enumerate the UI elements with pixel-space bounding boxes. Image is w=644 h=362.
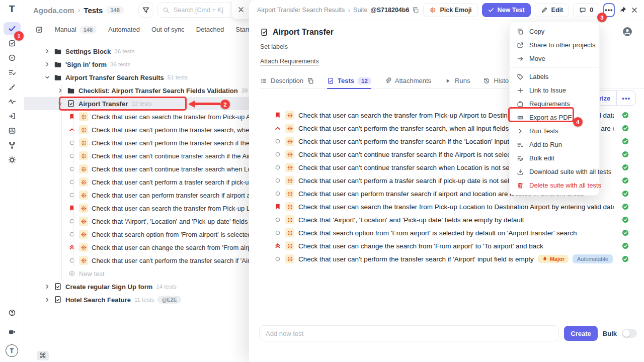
- tree-test-check-that-user-can-t-perform-the-transf[interactable]: Check that user can't perform the transf…: [24, 136, 249, 149]
- menu-item-run-tests[interactable]: Run Tests: [510, 124, 599, 138]
- parent-suite-link[interactable]: Airport Transfer Search Results: [257, 7, 345, 14]
- circle-icon: [274, 229, 281, 236]
- tree-test-check-that-user-can-t-perform-the-transf[interactable]: Check that user can't perform the transf…: [24, 254, 249, 267]
- rail-item-analytics[interactable]: [4, 124, 21, 137]
- menu-item-share-to-other-projects[interactable]: Share to other projects: [510, 38, 599, 52]
- menu-item-link-to-issue[interactable]: Link to Issue: [510, 83, 599, 97]
- tree-test-check-that-user-can-t-continue-transfer-[interactable]: Check that user can't continue transfer …: [24, 149, 249, 162]
- rail-item-runs[interactable]: [4, 51, 21, 64]
- test-row-check-that-user-can-change-the-search-fr[interactable]: Check that user can change the search fr…: [249, 239, 644, 252]
- tree-node-label: 'Sign in' form: [65, 61, 107, 68]
- tab-tests[interactable]: Tests12: [327, 73, 371, 88]
- tree-test-check-that-user-can-search-the-transfer-[interactable]: Check that user can search the transfer …: [24, 202, 249, 215]
- circle-icon: [68, 192, 75, 199]
- filter-tab-detached[interactable]: Detached: [196, 26, 224, 33]
- tab-description[interactable]: Description: [260, 73, 314, 88]
- tree-test-check-that-user-can-perform-transfer-sea[interactable]: Check that user can perform transfer sea…: [24, 189, 249, 202]
- tree-test-label: Check that search option from 'From airp…: [92, 231, 249, 238]
- tree-node-label: Hotel Search Feature: [65, 296, 131, 304]
- burst-icon: [287, 138, 293, 145]
- rail-item-integrations[interactable]: [4, 139, 21, 152]
- annotation-box-suite: [59, 97, 187, 111]
- search-box: [157, 3, 234, 18]
- tree-test-label: Check that user can't perform a trasfer …: [92, 178, 249, 186]
- assignee-avatar-icon[interactable]: [622, 26, 633, 37]
- burst-icon: [287, 177, 293, 184]
- tree-test-check-that-user-can-t-perform-a-trasfer-[interactable]: Check that user can't perform a trasfer …: [24, 175, 249, 189]
- rail-item-plans[interactable]: [4, 66, 21, 79]
- test-row-check-that-user-can-t-perform-the-transf[interactable]: Check that user can't perform the transf…: [249, 252, 644, 265]
- automatable-badge: Automatable: [573, 254, 613, 263]
- comments-button[interactable]: 0: [573, 3, 599, 17]
- edit-button[interactable]: Edit: [535, 3, 570, 17]
- rail-item-milestones[interactable]: [4, 80, 21, 94]
- tree-folder-checklist-airport-transfer-search-fields[interactable]: Checklist: Airport Transfer Search Field…: [24, 84, 249, 97]
- add-new-test-input[interactable]: [259, 325, 559, 341]
- attach-requirements-link[interactable]: Attach Requirements: [260, 58, 319, 66]
- menu-item-labels[interactable]: Labels: [510, 70, 599, 83]
- new-test-button[interactable]: New Test: [482, 3, 531, 17]
- tab-attachments[interactable]: Attachments: [384, 73, 431, 88]
- circle-icon: [68, 165, 75, 172]
- burst-icon: [80, 205, 87, 212]
- rail-item-settings[interactable]: [4, 153, 21, 166]
- doc-check-icon: [54, 283, 62, 291]
- menu-item-download-suite-with-all-tests[interactable]: Download suite with all tests: [510, 165, 599, 178]
- rail-item-help[interactable]: [4, 306, 21, 319]
- tree-test-check-that-airport-location-and-pick-up-[interactable]: Check that 'Airport', 'Location' and 'Pi…: [24, 215, 249, 228]
- play-circle-icon: [8, 54, 16, 62]
- tree-suite-hotel-search-feature[interactable]: Hotel Search Feature11 tests@E2E: [24, 293, 249, 306]
- search-input[interactable]: [173, 6, 229, 14]
- tree-suite-create-regular-sign-up-form[interactable]: Create regular Sign Up form14 tests: [24, 280, 249, 293]
- chevron-right-icon: [44, 61, 50, 67]
- project-name[interactable]: Agoda.com: [33, 6, 74, 15]
- burst-icon: [80, 153, 87, 159]
- status-check-icon: [622, 190, 629, 197]
- close-drawer-icon[interactable]: [631, 4, 638, 17]
- test-row-check-that-user-can-search-the-transfer-[interactable]: Check that user can search the transfer …: [249, 200, 644, 213]
- copy-icon[interactable]: [412, 7, 419, 14]
- test-emoji-icon: [285, 111, 294, 120]
- pick-emoji-button[interactable]: Pick Emoji: [423, 3, 477, 17]
- menu-item-move[interactable]: Move: [510, 52, 599, 65]
- menu-item-delete-suite-with-all-tests[interactable]: Delete suite with all tests: [510, 178, 599, 192]
- rail-item-import[interactable]: [4, 110, 21, 123]
- filter-tab-starred[interactable]: Starred: [235, 26, 249, 33]
- tree-new-new-test[interactable]: New test: [24, 267, 249, 280]
- tree-test-check-that-search-option-from-from-airpo[interactable]: Check that search option from 'From airp…: [24, 228, 249, 241]
- funnel-icon: [142, 6, 150, 14]
- rail-item-pulse[interactable]: [4, 95, 21, 108]
- menu-item-add-to-run[interactable]: Add to Run: [510, 138, 599, 151]
- filter-tab-automated[interactable]: Automated: [108, 26, 140, 33]
- clipboard-check-icon: [8, 39, 16, 47]
- copy-icon: [307, 77, 314, 84]
- drawer-collapse-tab[interactable]: [232, 0, 250, 19]
- tree-test-check-that-user-can-change-the-search-fr[interactable]: Check that user can change the search fr…: [24, 241, 249, 254]
- set-labels-link[interactable]: Set labels: [260, 43, 288, 51]
- tree-folder-sign-in-form[interactable]: 'Sign in' form36 tests: [24, 58, 249, 71]
- tree-test-check-that-user-can-search-the-transfer-[interactable]: Check that user can search the transfer …: [24, 110, 249, 123]
- create-button[interactable]: Create: [564, 326, 597, 341]
- rail-item-videos[interactable]: [4, 325, 21, 338]
- tree-folder-airport-transfer-search-results[interactable]: Airport Transfer Search Results51 tests: [24, 71, 249, 84]
- test-emoji-icon: [79, 164, 88, 173]
- tree-folder-settings-block[interactable]: Settings Block36 tests: [24, 45, 249, 58]
- menu-item-label: Bulk edit: [529, 154, 554, 162]
- tab-runs[interactable]: Runs: [444, 73, 470, 88]
- bulk-toggle[interactable]: [622, 329, 637, 338]
- tree-guide: [61, 84, 62, 280]
- test-row-check-that-search-option-from-from-airpo[interactable]: Check that search option from 'From airp…: [249, 226, 644, 239]
- menu-item-bulk-edit[interactable]: Bulk edit: [510, 151, 599, 165]
- tree-test-check-that-user-can-t-continue-transfer-[interactable]: Check that user can't continue transfer …: [24, 162, 249, 175]
- tree-test-check-that-user-can-t-perform-the-transf[interactable]: Check that user can't perform the transf…: [24, 123, 249, 136]
- filter-tab-out-of-sync[interactable]: Out of sync: [151, 26, 185, 33]
- filter-button[interactable]: [138, 3, 153, 18]
- annotation-step-1: 1: [14, 31, 24, 41]
- summarize-more-button[interactable]: •••: [616, 91, 635, 105]
- test-row-check-that-airport-location-and-pick-up-[interactable]: Check that 'Airport', 'Location' and 'Pi…: [249, 213, 644, 226]
- app-logo[interactable]: T: [9, 4, 15, 15]
- menu-item-copy[interactable]: Copy: [510, 25, 599, 38]
- filter-tab-manual[interactable]: Manual148: [55, 26, 97, 34]
- pin-icon[interactable]: [619, 4, 627, 17]
- rail-account-avatar[interactable]: T: [6, 344, 18, 357]
